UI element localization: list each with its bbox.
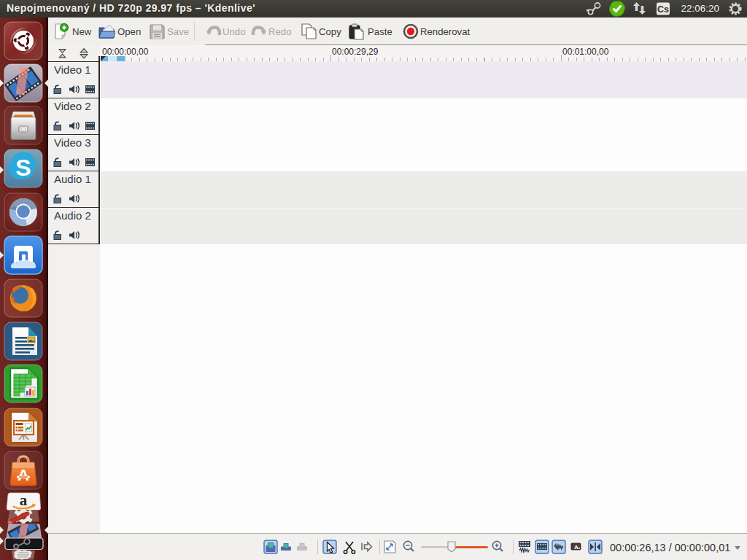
svg-text:A: A	[574, 544, 578, 551]
svg-text:a: a	[20, 491, 28, 509]
svg-text:S: S	[15, 155, 31, 181]
svg-text:Cs: Cs	[657, 4, 669, 15]
svg-text:A: A	[18, 466, 29, 484]
